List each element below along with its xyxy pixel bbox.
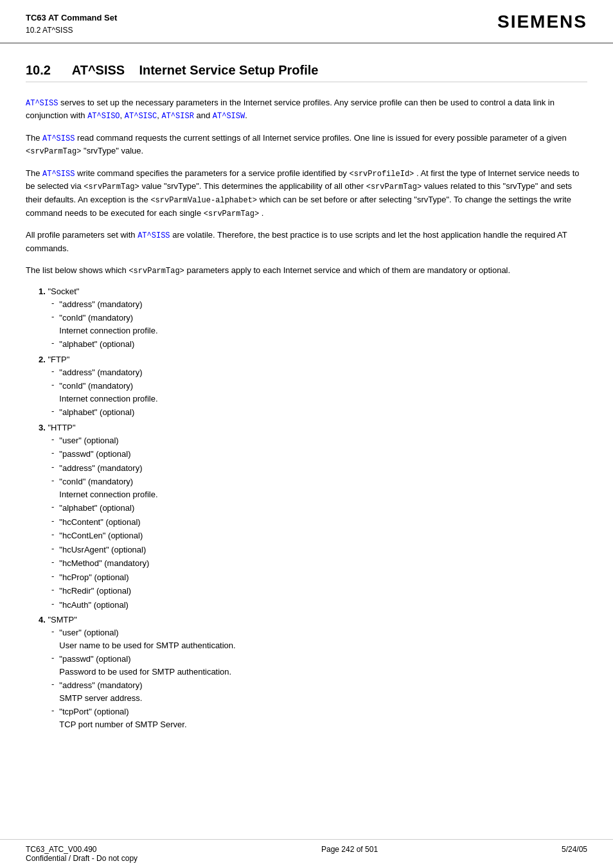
dash-icon: - xyxy=(51,679,54,689)
service-list: 1. "Socket" - "address" (mandatory) - "c… xyxy=(39,287,587,731)
list-item: - "tcpPort" (optional) TCP port number o… xyxy=(51,705,587,731)
footer-left: TC63_ATC_V00.490 Confidential / Draft - … xyxy=(26,845,138,863)
footer-doc-id: TC63_ATC_V00.490 xyxy=(26,845,138,854)
srvprofileid-code: <srvProfileId> xyxy=(349,170,414,179)
list-item-http: 3. "HTTP" - "user" (optional) - "passwd"… xyxy=(39,423,587,612)
dash-icon: - xyxy=(51,366,54,376)
srvparmtag-code-1: <srvParmTag> xyxy=(26,147,81,156)
sub-item-content: "user" (optional) User name to be used f… xyxy=(59,626,235,651)
at-siss-link-1[interactable]: AT^SISS xyxy=(26,99,58,108)
dash-icon: - xyxy=(51,571,54,581)
sub-item-content: "hcRedir" (optional) xyxy=(59,585,131,598)
http-sub-list: - "user" (optional) - "passwd" (optional… xyxy=(51,434,587,612)
sub-item-content: "tcpPort" (optional) TCP port number of … xyxy=(59,705,186,731)
siemens-logo: SIEMENS xyxy=(497,12,587,32)
srvparmvalue-code: <srvParmValue-alphabet> xyxy=(150,196,257,205)
list-label-1: "Socket" xyxy=(48,287,79,296)
at-siss-link-4[interactable]: AT^SISS xyxy=(138,231,170,240)
dash-icon: - xyxy=(51,475,54,485)
list-item: - "address" (mandatory) xyxy=(51,366,587,379)
dash-icon: - xyxy=(51,585,54,594)
list-num-4: 4. xyxy=(39,615,46,624)
sub-item-content: "hcContent" (optional) xyxy=(59,516,140,529)
sub-item-content: "hcUsrAgent" (optional) xyxy=(59,544,146,556)
paragraph-4: All profile parameters set with AT^SISS … xyxy=(26,229,587,255)
dash-icon: - xyxy=(51,312,54,321)
sub-item-content: "passwd" (optional) xyxy=(59,448,130,461)
list-item: - "user" (optional) xyxy=(51,434,587,447)
list-item-ftp: 2. "FTP" - "address" (mandatory) - "conI… xyxy=(39,355,587,419)
dash-icon: - xyxy=(51,406,54,416)
ftp-sub-list: - "address" (mandatory) - "conId" (manda… xyxy=(51,366,587,419)
smtp-sub-list: - "user" (optional) User name to be used… xyxy=(51,626,587,731)
at-sisr-link[interactable]: AT^SISR xyxy=(161,112,193,121)
list-item: - "hcMethod" (mandatory) xyxy=(51,557,587,570)
list-item: - "conId" (mandatory) Internet connectio… xyxy=(51,475,587,500)
dash-icon: - xyxy=(51,338,54,348)
list-item: - "hcUsrAgent" (optional) xyxy=(51,544,587,556)
sub-note: TCP port number of SMTP Server. xyxy=(59,718,186,731)
dash-icon: - xyxy=(51,516,54,526)
list-num-1: 1. xyxy=(39,287,46,296)
sub-item-content: "hcMethod" (mandatory) xyxy=(59,557,149,570)
socket-sub-list: - "address" (mandatory) - "conId" (manda… xyxy=(51,298,587,351)
list-label-3: "HTTP" xyxy=(48,423,75,432)
sub-note: SMTP server address. xyxy=(59,692,142,705)
srvparmtag-code-5: <srvParmTag> xyxy=(129,267,184,276)
sub-item-content: "address" (mandatory) xyxy=(59,298,142,311)
srvparmtag-code-3: <srvParmTag> xyxy=(366,182,422,191)
sub-item-content: "user" (optional) xyxy=(59,434,118,447)
sub-item-content: "passwd" (optional) Password to be used … xyxy=(59,653,231,678)
sub-item-content: "conId" (mandatory) Internet connection … xyxy=(59,380,157,405)
section-title: AT^SISS xyxy=(72,63,125,77)
page-header: TC63 AT Command Set 10.2 AT^SISS SIEMENS xyxy=(0,0,613,44)
sub-item-content: "conId" (mandatory) Internet connection … xyxy=(59,475,157,500)
dash-icon: - xyxy=(51,448,54,457)
list-item: - "hcProp" (optional) xyxy=(51,571,587,584)
sub-item-content: "address" (mandatory) xyxy=(59,462,142,475)
paragraph-5: The list below shows which <srvParmTag> … xyxy=(26,264,587,278)
list-item: - "hcAuth" (optional) xyxy=(51,599,587,612)
sub-note: Password to be used for SMTP authenticat… xyxy=(59,666,231,678)
dash-icon: - xyxy=(51,557,54,567)
dash-icon: - xyxy=(51,502,54,511)
footer-confidential: Confidential / Draft - Do not copy xyxy=(26,854,138,863)
list-item: - "alphabet" (optional) xyxy=(51,502,587,515)
paragraph-2: The AT^SISS read command requests the cu… xyxy=(26,132,587,158)
sub-item-content: "hcContLen" (optional) xyxy=(59,529,143,542)
page: TC63 AT Command Set 10.2 AT^SISS SIEMENS… xyxy=(0,0,613,868)
sub-item-content: "alphabet" (optional) xyxy=(59,502,134,515)
list-num-3: 3. xyxy=(39,423,46,432)
sub-item-content: "alphabet" (optional) xyxy=(59,406,134,419)
sub-note: Internet connection profile. xyxy=(59,324,157,337)
section-number: 10.2 xyxy=(26,63,51,77)
main-content: 10.2 AT^SISS Internet Service Setup Prof… xyxy=(0,44,613,750)
at-siss-link-3[interactable]: AT^SISS xyxy=(42,170,75,179)
list-item: - "alphabet" (optional) xyxy=(51,338,587,351)
list-item: - "conId" (mandatory) Internet connectio… xyxy=(51,380,587,405)
at-sisw-link[interactable]: AT^SISW xyxy=(213,112,245,121)
srvparmtag-code-4: <srvParmTag> xyxy=(204,209,259,218)
dash-icon: - xyxy=(51,380,54,389)
footer-page: Page 242 of 501 xyxy=(321,845,378,863)
dash-icon: - xyxy=(51,705,54,715)
dash-icon: - xyxy=(51,653,54,662)
at-siso-link[interactable]: AT^SISO xyxy=(87,112,120,121)
list-item: - "address" (mandatory) SMTP server addr… xyxy=(51,679,587,704)
at-sisc-link[interactable]: AT^SISC xyxy=(125,112,157,121)
list-item: - "address" (mandatory) xyxy=(51,462,587,475)
at-siss-link-2[interactable]: AT^SISS xyxy=(42,134,75,143)
dash-icon: - xyxy=(51,544,54,553)
srvparmtag-code-2: <srvParmTag> xyxy=(84,182,139,191)
dash-icon: - xyxy=(51,626,54,636)
sub-item-content: "conId" (mandatory) Internet connection … xyxy=(59,312,157,337)
list-item: - "passwd" (optional) Password to be use… xyxy=(51,653,587,678)
section-subtitle: Internet Service Setup Profile xyxy=(139,63,318,77)
sub-item-content: "hcAuth" (optional) xyxy=(59,599,129,612)
header-subtitle: 10.2 AT^SISS xyxy=(26,24,117,36)
sub-item-content: "address" (mandatory) xyxy=(59,366,142,379)
paragraph-1: AT^SISS serves to set up the necessary p… xyxy=(26,96,587,123)
sub-item-content: "address" (mandatory) SMTP server addres… xyxy=(59,679,142,704)
dash-icon: - xyxy=(51,599,54,608)
footer-date: 5/24/05 xyxy=(562,845,587,863)
